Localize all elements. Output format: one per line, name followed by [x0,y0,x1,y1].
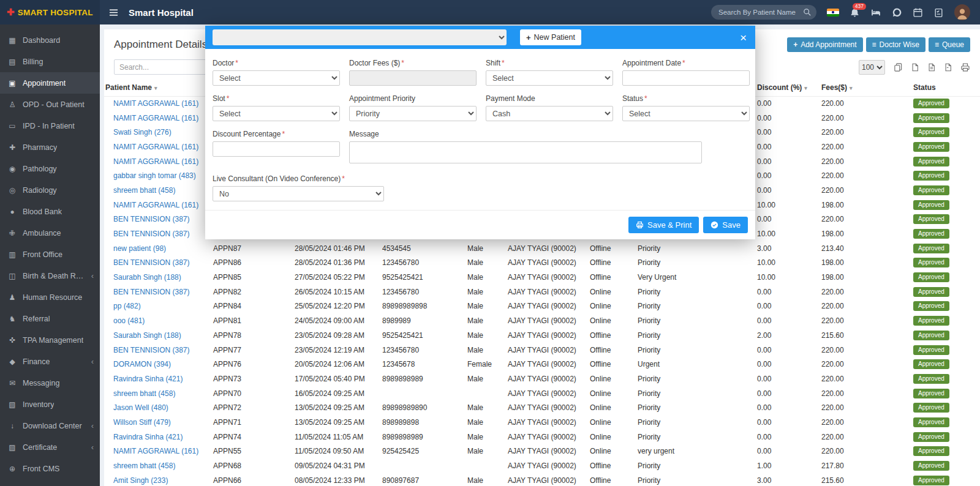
patient-link[interactable]: shreem bhatt (458) [113,462,175,470]
user-avatar[interactable] [954,4,970,20]
excel-export-icon[interactable] [911,62,919,72]
patient-link[interactable]: shreem bhatt (458) [113,186,175,195]
page-size-select[interactable]: 100 [859,60,885,75]
patient-link[interactable]: BEN TENNISION (387) [113,230,189,238]
csv-export-icon[interactable] [927,62,936,72]
sidebar-item-label: Blood Bank [23,207,62,216]
search-icon[interactable] [803,8,812,17]
patient-search-input[interactable] [718,9,803,16]
appointment-date-input[interactable] [622,70,750,86]
sidebar-item-tpa[interactable]: ✜ TPA Management [0,329,100,351]
sidebar-item-dashboard[interactable]: ▦ Dashboard [0,29,100,51]
column-header[interactable]: Patient Name▾ [104,80,212,96]
sidebar-item-radiology[interactable]: ◎ Radiology [0,179,100,201]
patient-link[interactable]: BEN TENNISION (387) [113,346,189,354]
language-flag-icon[interactable] [827,9,839,17]
sidebar-item-label: Download Center [23,422,82,430]
sidebar-item-opd[interactable]: ♙ OPD - Out Patient [0,94,100,115]
sidebar-item-front-cms[interactable]: ⊕ Front CMS [0,458,100,479]
doctor-wise-button[interactable]: ≡ Doctor Wise [866,37,925,52]
cell-patient-name: NAMIT AGGRAWAL (161) [104,154,212,169]
patient-link[interactable]: new patient (98) [113,244,166,253]
column-header[interactable]: Discount (%)▾ [756,80,820,96]
patient-link[interactable]: NAMIT AGGRAWAL (161) [113,447,198,455]
sidebar-item-pharmacy[interactable]: ✚ Pharmacy [0,136,100,158]
sidebar-item-icon: ♞ [7,315,17,323]
column-header[interactable]: Status [912,80,980,96]
patient-link[interactable]: Swati Singh (276) [113,128,172,136]
status-badge: Approved [913,287,949,297]
patient-link[interactable]: Saurabh Singh (188) [113,331,181,340]
save-button[interactable]: Save [703,217,748,233]
sidebar-item-birth-death[interactable]: ◫ Birth & Death Record ‹ [0,265,100,286]
add-appointment-button[interactable]: + Add Appointment [787,37,862,52]
cell-patient-name: BEN TENNISION (387) [104,285,212,299]
sidebar-item-referral[interactable]: ♞ Referral [0,308,100,329]
patient-link[interactable]: BEN TENNISION (387) [113,215,189,223]
save-and-print-button[interactable]: Save & Print [628,217,699,233]
patient-link[interactable]: Ravindra Sinha (421) [113,433,183,441]
patient-link[interactable]: NAMIT AGGRAWAL (161) [113,114,198,122]
payment-mode-select[interactable]: Cash [486,106,613,121]
notifications-bell-icon[interactable]: 437 [850,7,860,18]
slot-select[interactable]: Select [213,106,340,121]
status-select[interactable]: Select [622,106,750,121]
queue-button[interactable]: ≡ Queue [929,37,970,52]
sidebar-item-ambulance[interactable]: ✙ Ambulance [0,222,100,244]
patient-link[interactable]: Saurabh Singh (188) [113,273,181,282]
sidebar-item-download-center[interactable]: ↓ Download Center ‹ [0,415,100,436]
sidebar-item-messaging[interactable]: ✉ Messaging [0,372,100,394]
sidebar-item-appointment[interactable]: ▣ Appointment [0,72,100,94]
sidebar-item-billing[interactable]: ▤ Billing [0,51,100,72]
tasks-checklist-icon[interactable] [933,7,944,18]
print-icon[interactable] [960,62,970,72]
patient-link[interactable]: Amit Singh (233) [113,476,168,485]
sidebar-item-pathology[interactable]: ◉ Pathology [0,158,100,179]
patient-link[interactable]: DORAMON (394) [113,360,171,368]
list-icon: ≡ [872,40,876,49]
cell-patient-name: Swati Singh (276) [104,125,212,140]
patient-link[interactable]: shreem bhatt (458) [113,389,175,398]
column-header[interactable]: Fees($)▾ [820,80,912,96]
close-icon[interactable]: × [740,32,747,43]
doctor-fees-input[interactable] [349,70,477,86]
calendar-icon[interactable] [913,7,923,18]
cell-priority: Priority [636,299,756,314]
sidebar-item-certificate[interactable]: ▨ Certificate ‹ [0,436,100,458]
pdf-export-icon[interactable] [944,62,952,72]
sidebar-item-finance[interactable]: ◆ Finance ‹ [0,351,100,372]
live-consultant-select[interactable]: No [213,186,384,201]
sidebar-item-ipd[interactable]: ▭ IPD - In Patient [0,115,100,136]
patient-link[interactable]: gabbar singh tomar (483) [113,171,196,180]
hamburger-menu-icon[interactable] [108,8,119,17]
sidebar-item-human-resource[interactable]: ♟ Human Resource [0,286,100,308]
patient-link[interactable]: NAMIT AGGRAWAL (161) [113,157,198,166]
bed-ipd-icon[interactable] [870,7,881,18]
sidebar-item-blood-bank[interactable]: ● Blood Bank [0,201,100,222]
patient-link[interactable]: Jason Well (480) [113,403,168,412]
doctor-select[interactable]: Select [213,70,340,86]
patient-select[interactable] [213,29,507,45]
patient-link[interactable]: Willson Stiff (479) [113,418,171,427]
patient-link[interactable]: NAMIT AGGRAWAL (161) [113,143,198,151]
discount-percentage-input[interactable] [213,141,340,157]
patient-link[interactable]: NAMIT AGGRAWAL (161) [113,99,198,108]
sidebar-item-inventory[interactable]: ▧ Inventory [0,394,100,415]
chevron-left-icon: ‹ [91,421,94,430]
patient-link[interactable]: pp (482) [113,302,141,310]
new-patient-button[interactable]: + New Patient [520,29,581,45]
cell-date: 16/05/2024 09:25 AM [293,386,381,401]
sidebar-item-front-office[interactable]: ▥ Front Office [0,244,100,265]
patient-link[interactable]: Ravindra Sinha (421) [113,375,183,383]
priority-select[interactable]: Priority [349,106,477,121]
patient-link[interactable]: BEN TENNISION (387) [113,288,189,296]
app-logo[interactable]: ✚ SMART HOSPITAL [0,0,100,24]
copy-export-icon[interactable] [894,62,903,72]
patient-link[interactable]: NAMIT AGGRAWAL (161) [113,201,198,209]
cell-discount: 0.00 [756,343,820,357]
whatsapp-icon[interactable] [892,7,902,18]
patient-link[interactable]: ooo (481) [113,316,145,325]
shift-select[interactable]: Select [486,70,613,86]
patient-link[interactable]: BEN TENNISION (387) [113,258,189,267]
message-textarea[interactable] [349,141,702,163]
